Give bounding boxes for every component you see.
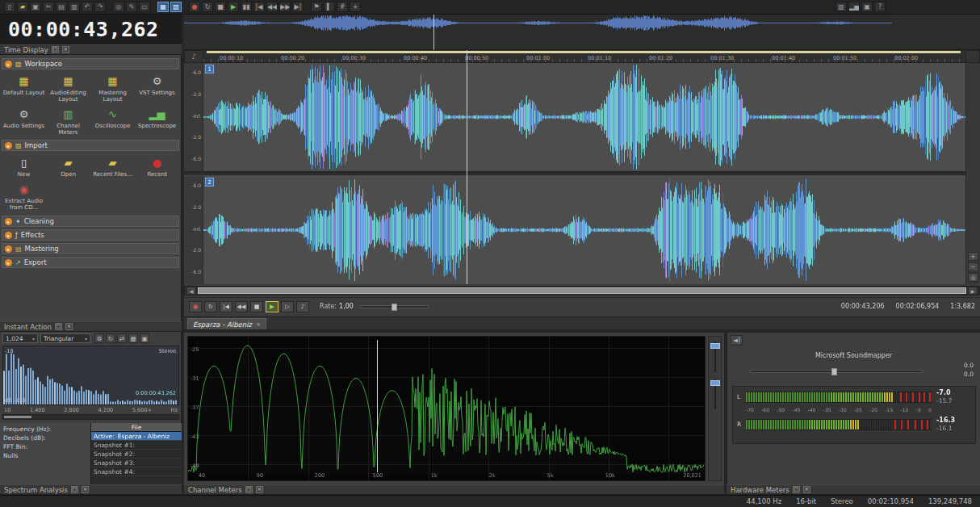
section-effects[interactable]: ▸ƒEffects [2, 229, 179, 241]
go-to-start-button[interactable]: |◀ [220, 301, 232, 312]
scroll-left-icon[interactable]: ◀ [186, 287, 196, 295]
paste-icon[interactable]: ▥ [69, 2, 80, 12]
close-icon[interactable]: × [256, 321, 261, 328]
undock-icon[interactable]: □ [55, 323, 62, 330]
zoom-in-button[interactable]: + [968, 252, 978, 261]
waveform-channel-1[interactable] [203, 63, 965, 171]
loop-playback-button[interactable]: ↻ [204, 301, 217, 312]
workspace-item-oscilloscope[interactable]: ∿Oscilloscope [90, 104, 135, 137]
meter-fader-2[interactable] [710, 380, 720, 386]
pencil-tool-icon[interactable]: ✎ [126, 2, 137, 12]
sync-icon[interactable]: ⇄ [117, 333, 127, 343]
record-button[interactable]: ● [189, 301, 202, 312]
workspace-item-channel-meters[interactable]: ▥Channel Meters [46, 104, 90, 137]
crosshair-icon[interactable]: + [350, 2, 361, 12]
workspace-item-default-layout[interactable]: ▦Default Layout [2, 71, 46, 104]
speaker-icon[interactable]: ◄) [731, 335, 743, 346]
close-icon[interactable]: × [65, 323, 73, 330]
rate-slider-handle[interactable] [392, 304, 397, 311]
undock-icon[interactable]: □ [245, 486, 253, 493]
play-all-button[interactable]: ▷ [281, 301, 294, 312]
undock-icon[interactable]: □ [71, 486, 78, 493]
table-row[interactable]: Snapshot #1: [91, 441, 182, 450]
grid-icon[interactable]: ▦ [128, 333, 138, 343]
table-row[interactable]: Snapshot #2: [91, 450, 182, 459]
new-file-icon[interactable]: ▯ [4, 2, 15, 12]
section-import[interactable]: ▸ ▨ Import [2, 140, 179, 151]
fft-size-select[interactable]: 1,024 ▾ [2, 333, 38, 343]
close-icon[interactable]: × [803, 486, 810, 493]
close-icon[interactable]: × [62, 46, 69, 53]
channel-meters-icon[interactable]: ▥ [836, 2, 847, 12]
play-button[interactable]: ▶ [266, 301, 279, 312]
overview-waveform-right[interactable] [184, 15, 892, 31]
waveform-channel-2[interactable] [203, 176, 965, 284]
region-icon[interactable]: ▍ [324, 2, 335, 12]
scrollbar-thumb[interactable] [198, 287, 966, 294]
import-item-new[interactable]: ▯New [2, 153, 46, 179]
section-mastering[interactable]: ▸▤Mastering [2, 243, 179, 254]
cut-icon[interactable]: ✂ [43, 2, 54, 12]
workspace-item-spectroscope[interactable]: ▂▅Spectroscope [135, 104, 179, 137]
table-row[interactable]: Snapshot #4: [91, 467, 182, 476]
time-ruler[interactable]: 00:00:1000:00:2000:00:3000:00:4000:00:50… [203, 50, 965, 63]
snap-icon[interactable]: # [337, 2, 348, 12]
section-cleaning[interactable]: ▸✦Cleaning [2, 216, 179, 227]
plugin-chain-icon[interactable]: ▣ [861, 2, 873, 12]
undock-icon[interactable]: □ [52, 46, 59, 53]
channel-2-badge[interactable]: 2 [205, 178, 214, 186]
scroll-right-icon[interactable]: ▶ [968, 287, 978, 295]
go-to-start-icon[interactable]: |◀ [253, 2, 265, 12]
spectrum-scrollbar[interactable] [2, 414, 179, 420]
window-type-select[interactable]: Triangular ▾ [40, 333, 90, 343]
hold-icon[interactable]: ▣ [140, 333, 149, 343]
rate-slider[interactable] [360, 305, 429, 308]
loop-icon[interactable]: ↻ [202, 2, 213, 12]
rewind-icon[interactable]: ◀◀ [266, 2, 278, 12]
scrollbar-thumb[interactable] [4, 416, 31, 418]
ruler-options-icon[interactable]: ♪ [184, 50, 203, 63]
redo-icon[interactable]: ↷ [94, 2, 106, 12]
forward-icon[interactable]: ▶▶ [279, 2, 291, 12]
waveform-view-icon[interactable]: ▦ [157, 2, 169, 12]
import-item-recent-files[interactable]: ▰Recent Files... [90, 153, 135, 179]
stop-icon[interactable]: ■ [215, 2, 226, 12]
workspace-item-vst-settings[interactable]: ⚙VST Settings [135, 71, 179, 104]
undock-icon[interactable]: □ [793, 486, 800, 493]
scrub-button[interactable]: ♪ [296, 301, 309, 312]
record-icon[interactable]: ● [189, 2, 200, 12]
zoom-out-button[interactable]: − [968, 262, 978, 271]
help-icon[interactable]: ? [874, 2, 886, 12]
magnify-tool-icon[interactable]: ◎ [113, 2, 124, 12]
section-export[interactable]: ▸↗Export [2, 257, 179, 268]
spectrum-icon[interactable]: ▂▅ [848, 2, 860, 12]
meter-fader-1[interactable] [710, 343, 720, 349]
workspace-item-mastering-layout[interactable]: ▦Mastering Layout [90, 71, 135, 104]
workspace-item-audioediting-layout[interactable]: ▦AudioEditing Layout [46, 71, 90, 104]
import-item-extract-audio-from-cd[interactable]: ◉Extract Audio from CD... [2, 179, 46, 212]
close-icon[interactable]: × [82, 486, 89, 493]
close-icon[interactable]: × [256, 486, 263, 493]
import-item-record[interactable]: ●Record [135, 153, 179, 179]
horizontal-scrollbar[interactable]: ◀ ▶ [184, 286, 980, 295]
open-icon[interactable]: ▰ [17, 2, 28, 12]
zoom-selection-button[interactable]: ◎ [968, 273, 978, 282]
envelope-tool-icon[interactable]: ▭ [139, 2, 150, 12]
save-icon[interactable]: ▣ [30, 2, 41, 12]
channel-1-badge[interactable]: 1 [205, 65, 214, 73]
overview-strip[interactable] [184, 15, 980, 50]
pause-icon[interactable]: ▮▮ [241, 2, 252, 12]
gain-slider-handle[interactable] [831, 368, 837, 375]
spectral-view-icon[interactable]: ▧ [170, 2, 182, 12]
table-row-active[interactable]: Active: Esparza - Albeniz [91, 432, 182, 441]
workspace-item-audio-settings[interactable]: ⚙Audio Settings [2, 104, 46, 137]
play-icon[interactable]: ▶ [228, 2, 239, 12]
refresh-icon[interactable]: ↻ [106, 333, 115, 343]
go-to-end-icon[interactable]: ▶| [292, 2, 304, 12]
output-gain-slider[interactable] [750, 370, 923, 373]
section-workspace[interactable]: ▸ ▨ Workspace [2, 58, 179, 69]
stop-button[interactable]: ■ [250, 301, 263, 312]
settings-icon[interactable]: ⚙ [94, 333, 104, 343]
rewind-button[interactable]: ◀◀ [235, 301, 248, 312]
tab-esparza-albeniz[interactable]: Esparza - Albeniz × [187, 318, 266, 329]
